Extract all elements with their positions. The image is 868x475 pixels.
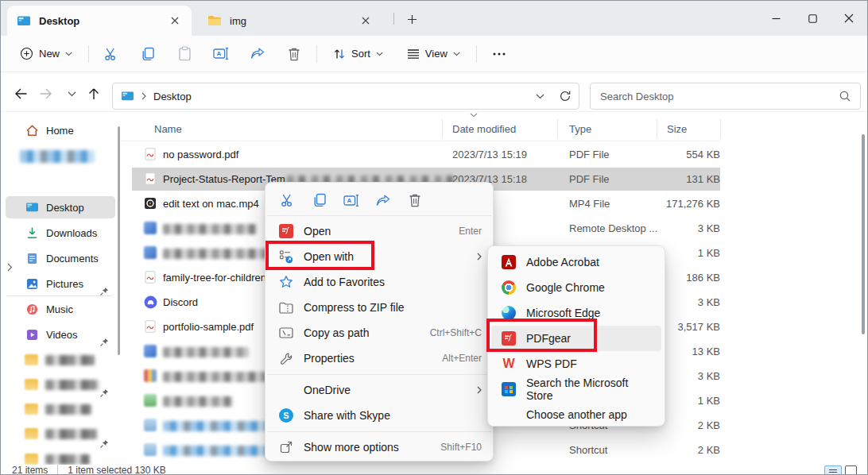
context-menu-item-compress-zip[interactable]: Compress to ZIP file	[269, 295, 490, 320]
breadcrumb[interactable]: Desktop	[153, 91, 192, 102]
home-icon	[25, 124, 39, 137]
context-menu-item-onedrive[interactable]: OneDrive	[269, 377, 490, 403]
file-list-scrollbar[interactable]	[862, 134, 865, 334]
plus-circle-icon	[20, 47, 33, 60]
redacted-text	[45, 429, 98, 439]
search-icon[interactable]	[839, 91, 851, 102]
open-with-submenu: Adobe Acrobat Google Chrome Microsoft Ed…	[487, 245, 665, 427]
sidebar-item-redacted[interactable]	[6, 373, 115, 396]
context-menu-item-open[interactable]: Open Enter	[269, 218, 490, 244]
share-icon[interactable]	[370, 188, 395, 212]
media-file-icon	[144, 197, 157, 210]
tab-desktop[interactable]: Desktop	[7, 6, 192, 36]
chevron-down-icon	[65, 52, 72, 56]
sidebar-item-desktop[interactable]: Desktop	[6, 196, 115, 218]
chevron-right-icon	[477, 386, 482, 394]
copy-path-icon	[277, 327, 296, 338]
recent-locations-chevron[interactable]	[61, 83, 82, 104]
delete-button[interactable]	[281, 42, 307, 66]
file-name: portfolio-sample.pdf	[163, 321, 254, 333]
view-button[interactable]: View	[401, 43, 467, 64]
address-bar[interactable]: Desktop	[112, 83, 579, 110]
close-tab-icon[interactable]	[357, 12, 374, 29]
share-button[interactable]	[245, 42, 270, 66]
column-header-size[interactable]: Size	[667, 123, 687, 135]
header-underline	[122, 141, 720, 141]
new-tab-button[interactable]	[401, 10, 422, 28]
icons-view-button[interactable]	[845, 465, 857, 475]
forward-button[interactable]	[36, 83, 56, 104]
maximize-button[interactable]	[794, 1, 831, 36]
column-header-type[interactable]: Type	[569, 123, 591, 135]
sidebar-item-downloads[interactable]: Downloads	[6, 222, 115, 244]
submenu-item-microsoft-edge[interactable]: Microsoft Edge	[491, 300, 661, 326]
column-divider[interactable]	[442, 119, 443, 138]
close-tab-icon[interactable]	[166, 12, 184, 29]
tab-img[interactable]: img	[198, 6, 382, 36]
rename-icon[interactable]: A	[339, 188, 363, 212]
downloads-icon	[25, 226, 39, 239]
sidebar-scrollbar[interactable]	[118, 126, 120, 355]
column-divider[interactable]	[557, 119, 558, 138]
context-menu-item-open-with[interactable]: Open with	[269, 244, 490, 269]
menu-item-label: Add to Favorites	[304, 276, 482, 288]
redacted-text	[163, 224, 257, 234]
submenu-item-google-chrome[interactable]: Google Chrome	[491, 275, 661, 300]
cut-button[interactable]	[99, 42, 124, 66]
column-divider[interactable]	[720, 119, 721, 138]
more-options-button[interactable]	[486, 42, 512, 66]
menu-divider	[267, 431, 491, 432]
details-view-button[interactable]	[824, 465, 842, 475]
rename-button[interactable]: A	[208, 42, 234, 66]
menu-item-shortcut: Ctrl+Shift+C	[430, 327, 482, 338]
sidebar-item-videos[interactable]: Videos	[6, 323, 115, 346]
refresh-icon[interactable]	[560, 91, 571, 102]
column-header-name[interactable]: Name	[154, 123, 182, 135]
google-chrome-icon	[499, 280, 518, 295]
close-window-button[interactable]	[831, 1, 867, 36]
new-label: New	[39, 48, 60, 60]
submenu-item-search-microsoft-store[interactable]: Search the Microsoft Store	[491, 377, 661, 402]
sidebar-item-documents[interactable]: Documents	[6, 247, 115, 269]
view-label: View	[425, 48, 448, 60]
delete-icon[interactable]	[402, 188, 427, 212]
column-header-date-modified[interactable]: Date modified	[452, 123, 516, 135]
sidebar-item-label: Documents	[46, 253, 99, 265]
context-menu-item-add-to-favorites[interactable]: Add to Favorites	[269, 269, 490, 295]
sidebar-item-redacted[interactable]	[6, 423, 115, 445]
context-menu-item-copy-as-path[interactable]: Copy as path Ctrl+Shift+C	[269, 320, 490, 346]
context-menu-item-share-with-skype[interactable]: S Share with Skype	[269, 403, 490, 428]
menu-item-label: Open with	[304, 250, 477, 263]
sidebar-item-redacted[interactable]	[6, 398, 115, 420]
search-input[interactable]	[600, 91, 833, 102]
context-menu-item-show-more-options[interactable]: Show more options Shift+F10	[269, 434, 490, 460]
up-button[interactable]	[83, 83, 104, 104]
menu-item-label: Copy as path	[304, 326, 430, 339]
column-divider[interactable]	[657, 119, 657, 138]
submenu-item-wps-pdf[interactable]: W WPS PDF	[491, 351, 661, 377]
sidebar-item-label: Home	[46, 125, 74, 137]
back-button[interactable]	[10, 83, 31, 104]
sort-button[interactable]: Sort	[327, 43, 389, 65]
menu-item-label: Show more options	[304, 441, 440, 454]
copy-button[interactable]	[135, 42, 161, 66]
context-menu-item-properties[interactable]: Properties Alt+Enter	[269, 346, 490, 371]
new-button[interactable]: New	[14, 42, 79, 65]
minimize-button[interactable]	[758, 1, 794, 36]
sidebar-separator	[7, 295, 112, 296]
sidebar-item-cloud-redacted[interactable]	[6, 145, 115, 168]
submenu-item-pdfgear[interactable]: PDFgear	[491, 326, 661, 351]
cut-icon[interactable]	[275, 188, 300, 212]
sidebar-item-music[interactable]: Music	[6, 298, 115, 320]
menu-item-label: Choose another app	[526, 408, 653, 421]
address-dropdown-chevron[interactable]	[536, 94, 544, 99]
paste-button[interactable]	[172, 42, 197, 66]
sidebar-item-redacted[interactable]	[6, 349, 115, 371]
submenu-item-choose-another-app[interactable]: Choose another app	[491, 402, 661, 427]
sidebar-item-pictures[interactable]: Pictures	[6, 272, 115, 295]
submenu-item-adobe-acrobat[interactable]: Adobe Acrobat	[491, 249, 661, 275]
copy-icon[interactable]	[307, 188, 331, 212]
redacted-file-icon	[144, 222, 157, 234]
sidebar-item-home[interactable]: Home	[6, 119, 115, 141]
file-row[interactable]: no password.pdf 2023/7/13 15:19 PDF File…	[122, 142, 720, 167]
